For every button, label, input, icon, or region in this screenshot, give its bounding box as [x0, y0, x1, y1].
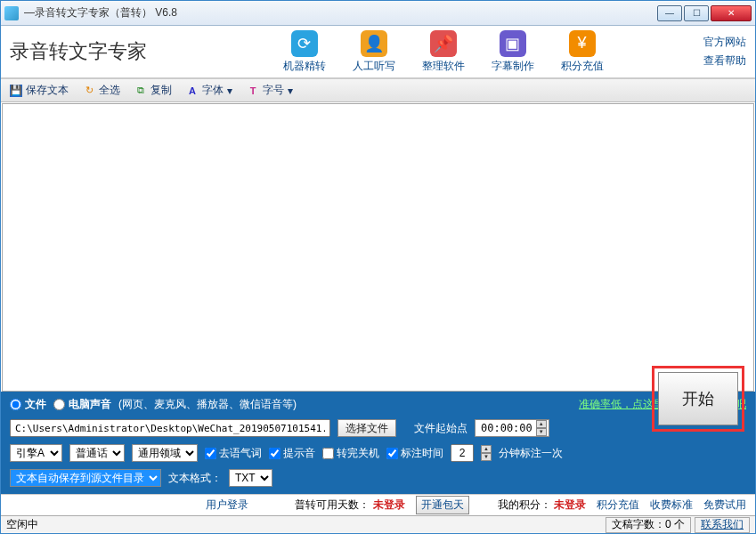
radio-file[interactable]: 文件	[10, 397, 46, 412]
word-count: 文稿字数：0 个	[606, 517, 691, 533]
interval-suffix: 分钟标注一次	[499, 446, 563, 461]
interval-down-icon[interactable]: ▼	[481, 453, 492, 461]
top-icon-2[interactable]: 📌整理软件	[422, 30, 465, 74]
recharge-link[interactable]: 积分充值	[597, 498, 639, 513]
top-glyph-icon: ▣	[500, 30, 526, 57]
start-time-label: 文件起始点	[414, 421, 467, 436]
language-select[interactable]: 普通话	[69, 444, 125, 462]
top-icon-0[interactable]: ⟳机器精转	[283, 30, 326, 74]
open-day-button[interactable]: 开通包天	[416, 496, 469, 514]
start-button[interactable]: 开始	[658, 372, 738, 425]
window-title: —录音转文字专家（普转） V6.8	[24, 5, 657, 20]
user-login-link[interactable]: 用户登录	[206, 498, 248, 513]
text-editor[interactable]	[2, 103, 754, 392]
top-icon-4[interactable]: ¥积分充值	[561, 30, 604, 74]
days-value: 未登录	[373, 498, 405, 511]
select-all-icon: ↻	[83, 85, 95, 97]
close-button[interactable]: ✕	[711, 5, 752, 21]
save-text-button[interactable]: 💾保存文本	[4, 81, 74, 100]
shutdown-checkbox[interactable]: 转完关机	[322, 446, 379, 461]
save-path-select[interactable]: 文本自动保存到源文件目录	[10, 469, 161, 487]
points-value: 未登录	[554, 498, 586, 511]
start-button-highlight: 开始	[652, 366, 744, 432]
trial-link[interactable]: 免费试用	[703, 498, 746, 513]
bottom-panel: 文件 电脑声音 (网页、麦克风、播放器、微信语音等) 准确率低，点这里试试“机器…	[1, 392, 755, 494]
toolbar: 💾保存文本 ↻全选 ⧉复制 A字体 ▾ T字号 ▾	[1, 79, 755, 102]
font-button[interactable]: A字体 ▾	[181, 81, 238, 100]
status-line: 用户登录 普转可用天数： 未登录 开通包天 我的积分： 未登录 积分充值 收费标…	[1, 494, 755, 515]
app-icon	[4, 6, 19, 20]
titlebar: —录音转文字专家（普转） V6.8 — ☐ ✕	[1, 1, 755, 26]
copy-button[interactable]: ⧉复制	[129, 81, 177, 100]
top-glyph-icon: ⟳	[291, 30, 318, 57]
interval-up-icon[interactable]: ▲	[481, 445, 492, 453]
remove-filler-checkbox[interactable]: 去语气词	[205, 446, 262, 461]
file-path-input[interactable]	[10, 419, 330, 437]
save-icon: 💾	[10, 85, 22, 97]
pc-sound-desc: (网页、麦克风、播放器、微信语音等)	[118, 397, 297, 412]
interval-input[interactable]	[451, 444, 474, 462]
fontsize-button[interactable]: T字号 ▾	[241, 81, 298, 100]
footer-bar: 空闲中 文稿字数：0 个 联系我们	[1, 515, 755, 533]
help-link[interactable]: 查看帮助	[703, 53, 746, 69]
top-icon-3[interactable]: ▣字幕制作	[492, 30, 534, 74]
format-select[interactable]: TXT	[229, 469, 272, 487]
contact-link[interactable]: 联系我们	[701, 517, 744, 532]
price-link[interactable]: 收费标准	[650, 498, 693, 513]
format-label: 文本格式：	[168, 471, 222, 486]
top-glyph-icon: ¥	[569, 30, 596, 57]
maximize-button[interactable]: ☐	[684, 5, 709, 21]
hint-sound-checkbox[interactable]: 提示音	[269, 446, 315, 461]
timestamp-checkbox[interactable]: 标注时间	[386, 446, 443, 461]
choose-file-button[interactable]: 选择文件	[337, 419, 396, 437]
top-glyph-icon: 👤	[361, 30, 387, 57]
fontsize-icon: T	[247, 85, 259, 97]
select-all-button[interactable]: ↻全选	[77, 81, 126, 100]
top-icon-1[interactable]: 👤人工听写	[353, 30, 395, 74]
time-up-icon[interactable]: ▲	[536, 420, 547, 428]
radio-pc-sound[interactable]: 电脑声音	[53, 397, 111, 412]
engine-select[interactable]: 引擎A	[10, 444, 62, 462]
idle-status: 空闲中	[6, 517, 38, 532]
start-time-input[interactable]: 00:00:00 ▲▼	[475, 419, 549, 437]
copy-icon: ⧉	[134, 85, 147, 97]
top-glyph-icon: 📌	[430, 30, 457, 57]
minimize-button[interactable]: —	[657, 5, 682, 21]
time-down-icon[interactable]: ▼	[536, 428, 547, 436]
font-icon: A	[186, 85, 199, 97]
domain-select[interactable]: 通用领域	[132, 444, 198, 462]
app-brand: 录音转文字专家	[10, 38, 147, 65]
top-bar: 录音转文字专家 ⟳机器精转👤人工听写📌整理软件▣字幕制作¥积分充值 官方网站 查…	[1, 26, 755, 79]
official-site-link[interactable]: 官方网站	[703, 35, 746, 50]
